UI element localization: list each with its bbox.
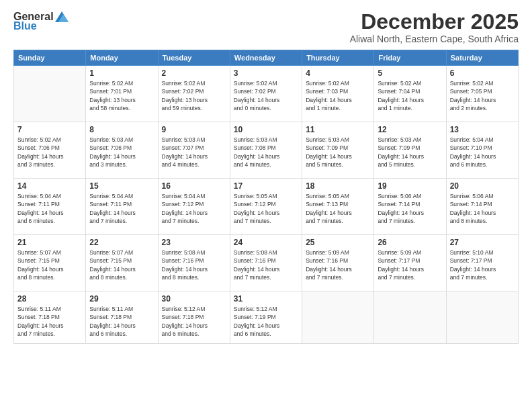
calendar-cell <box>302 291 374 344</box>
day-number: 2 <box>162 68 226 78</box>
day-number: 17 <box>234 181 298 191</box>
day-number: 8 <box>89 125 154 134</box>
day-number: 31 <box>234 294 298 304</box>
calendar-cell: 2Sunrise: 5:02 AMSunset: 7:02 PMDaylight… <box>158 66 230 122</box>
day-info: Sunrise: 5:11 AMSunset: 7:18 PMDaylight:… <box>89 305 154 338</box>
day-number: 23 <box>162 238 226 247</box>
calendar-cell: 24Sunrise: 5:08 AMSunset: 7:16 PMDayligh… <box>230 235 302 291</box>
day-info: Sunrise: 5:02 AMSunset: 7:06 PMDaylight:… <box>17 136 82 169</box>
day-number: 26 <box>378 238 442 247</box>
day-info: Sunrise: 5:04 AMSunset: 7:10 PMDaylight:… <box>450 136 515 169</box>
calendar-cell: 3Sunrise: 5:02 AMSunset: 7:02 PMDaylight… <box>230 66 302 122</box>
day-number: 20 <box>450 181 515 191</box>
page: General Blue December 2025 Aliwal North,… <box>0 0 532 411</box>
calendar-table: SundayMondayTuesdayWednesdayThursdayFrid… <box>13 50 519 344</box>
day-number: 9 <box>162 125 226 134</box>
header: General Blue December 2025 Aliwal North,… <box>13 11 519 44</box>
day-number: 10 <box>234 125 298 134</box>
day-number: 12 <box>378 125 442 134</box>
day-info: Sunrise: 5:05 AMSunset: 7:12 PMDaylight:… <box>234 192 298 225</box>
day-number: 30 <box>162 294 226 304</box>
day-number: 5 <box>378 68 442 78</box>
weekday-header-sunday: Sunday <box>14 50 86 66</box>
calendar-row-1: 7Sunrise: 5:02 AMSunset: 7:06 PMDaylight… <box>14 122 519 179</box>
weekday-header-row: SundayMondayTuesdayWednesdayThursdayFrid… <box>14 50 519 66</box>
calendar-cell: 5Sunrise: 5:02 AMSunset: 7:04 PMDaylight… <box>374 66 446 122</box>
calendar-cell: 4Sunrise: 5:02 AMSunset: 7:03 PMDaylight… <box>302 66 374 122</box>
day-info: Sunrise: 5:04 AMSunset: 7:11 PMDaylight:… <box>17 192 82 225</box>
day-info: Sunrise: 5:04 AMSunset: 7:12 PMDaylight:… <box>162 192 226 225</box>
calendar-cell: 16Sunrise: 5:04 AMSunset: 7:12 PMDayligh… <box>158 179 230 235</box>
day-number: 16 <box>162 181 226 191</box>
calendar-cell: 25Sunrise: 5:09 AMSunset: 7:16 PMDayligh… <box>302 235 374 291</box>
calendar-cell: 9Sunrise: 5:03 AMSunset: 7:07 PMDaylight… <box>158 122 230 179</box>
day-number: 27 <box>450 238 515 247</box>
day-info: Sunrise: 5:03 AMSunset: 7:07 PMDaylight:… <box>162 136 226 169</box>
day-info: Sunrise: 5:06 AMSunset: 7:14 PMDaylight:… <box>450 192 515 225</box>
day-number: 13 <box>450 125 515 134</box>
day-info: Sunrise: 5:02 AMSunset: 7:01 PMDaylight:… <box>89 79 154 112</box>
calendar-cell: 6Sunrise: 5:02 AMSunset: 7:05 PMDaylight… <box>446 66 518 122</box>
day-info: Sunrise: 5:03 AMSunset: 7:09 PMDaylight:… <box>306 136 370 169</box>
calendar-cell: 8Sunrise: 5:03 AMSunset: 7:06 PMDaylight… <box>86 122 158 179</box>
day-number: 14 <box>17 181 82 191</box>
calendar-cell: 12Sunrise: 5:03 AMSunset: 7:09 PMDayligh… <box>374 122 446 179</box>
logo-icon <box>55 11 69 22</box>
day-info: Sunrise: 5:08 AMSunset: 7:16 PMDaylight:… <box>162 248 226 281</box>
day-info: Sunrise: 5:08 AMSunset: 7:16 PMDaylight:… <box>234 248 298 281</box>
weekday-header-monday: Monday <box>86 50 158 66</box>
calendar-cell: 22Sunrise: 5:07 AMSunset: 7:15 PMDayligh… <box>86 235 158 291</box>
day-info: Sunrise: 5:05 AMSunset: 7:13 PMDaylight:… <box>306 192 370 225</box>
calendar-row-4: 28Sunrise: 5:11 AMSunset: 7:18 PMDayligh… <box>14 291 519 344</box>
day-number: 15 <box>89 181 154 191</box>
day-number: 6 <box>450 68 515 78</box>
weekday-header-thursday: Thursday <box>302 50 374 66</box>
day-number: 22 <box>89 238 154 247</box>
day-info: Sunrise: 5:02 AMSunset: 7:05 PMDaylight:… <box>450 79 515 112</box>
day-number: 21 <box>17 238 82 247</box>
day-info: Sunrise: 5:09 AMSunset: 7:17 PMDaylight:… <box>378 248 442 281</box>
calendar-cell: 15Sunrise: 5:04 AMSunset: 7:11 PMDayligh… <box>86 179 158 235</box>
day-info: Sunrise: 5:02 AMSunset: 7:03 PMDaylight:… <box>306 79 370 112</box>
calendar-cell: 17Sunrise: 5:05 AMSunset: 7:12 PMDayligh… <box>230 179 302 235</box>
day-info: Sunrise: 5:04 AMSunset: 7:11 PMDaylight:… <box>89 192 154 225</box>
day-info: Sunrise: 5:12 AMSunset: 7:18 PMDaylight:… <box>162 305 226 338</box>
day-info: Sunrise: 5:07 AMSunset: 7:15 PMDaylight:… <box>89 248 154 281</box>
calendar-cell: 14Sunrise: 5:04 AMSunset: 7:11 PMDayligh… <box>14 179 86 235</box>
calendar-cell: 26Sunrise: 5:09 AMSunset: 7:17 PMDayligh… <box>374 235 446 291</box>
weekday-header-friday: Friday <box>374 50 446 66</box>
day-number: 29 <box>89 294 154 304</box>
calendar-cell: 10Sunrise: 5:03 AMSunset: 7:08 PMDayligh… <box>230 122 302 179</box>
calendar-cell: 18Sunrise: 5:05 AMSunset: 7:13 PMDayligh… <box>302 179 374 235</box>
day-number: 25 <box>306 238 370 247</box>
day-number: 28 <box>17 294 82 304</box>
calendar-row-2: 14Sunrise: 5:04 AMSunset: 7:11 PMDayligh… <box>14 179 519 235</box>
calendar-cell: 7Sunrise: 5:02 AMSunset: 7:06 PMDaylight… <box>14 122 86 179</box>
day-info: Sunrise: 5:03 AMSunset: 7:09 PMDaylight:… <box>378 136 442 169</box>
title-section: December 2025 Aliwal North, Eastern Cape… <box>350 11 519 44</box>
calendar-cell: 20Sunrise: 5:06 AMSunset: 7:14 PMDayligh… <box>446 179 518 235</box>
day-number: 1 <box>89 68 154 78</box>
day-number: 24 <box>234 238 298 247</box>
calendar-cell: 29Sunrise: 5:11 AMSunset: 7:18 PMDayligh… <box>86 291 158 344</box>
day-info: Sunrise: 5:07 AMSunset: 7:15 PMDaylight:… <box>17 248 82 281</box>
calendar-cell: 30Sunrise: 5:12 AMSunset: 7:18 PMDayligh… <box>158 291 230 344</box>
day-info: Sunrise: 5:03 AMSunset: 7:08 PMDaylight:… <box>234 136 298 169</box>
month-title: December 2025 <box>350 11 519 32</box>
calendar-cell: 21Sunrise: 5:07 AMSunset: 7:15 PMDayligh… <box>14 235 86 291</box>
day-info: Sunrise: 5:11 AMSunset: 7:18 PMDaylight:… <box>17 305 82 338</box>
logo-blue-text: Blue <box>13 20 37 32</box>
day-info: Sunrise: 5:02 AMSunset: 7:02 PMDaylight:… <box>234 79 298 112</box>
day-number: 19 <box>378 181 442 191</box>
day-info: Sunrise: 5:09 AMSunset: 7:16 PMDaylight:… <box>306 248 370 281</box>
calendar-cell: 13Sunrise: 5:04 AMSunset: 7:10 PMDayligh… <box>446 122 518 179</box>
calendar-cell: 19Sunrise: 5:06 AMSunset: 7:14 PMDayligh… <box>374 179 446 235</box>
calendar-cell: 23Sunrise: 5:08 AMSunset: 7:16 PMDayligh… <box>158 235 230 291</box>
day-number: 11 <box>306 125 370 134</box>
calendar-cell: 31Sunrise: 5:12 AMSunset: 7:19 PMDayligh… <box>230 291 302 344</box>
logo: General Blue <box>13 11 69 32</box>
day-number: 4 <box>306 68 370 78</box>
calendar-cell: 11Sunrise: 5:03 AMSunset: 7:09 PMDayligh… <box>302 122 374 179</box>
weekday-header-wednesday: Wednesday <box>230 50 302 66</box>
calendar-row-0: 1Sunrise: 5:02 AMSunset: 7:01 PMDaylight… <box>14 66 519 122</box>
